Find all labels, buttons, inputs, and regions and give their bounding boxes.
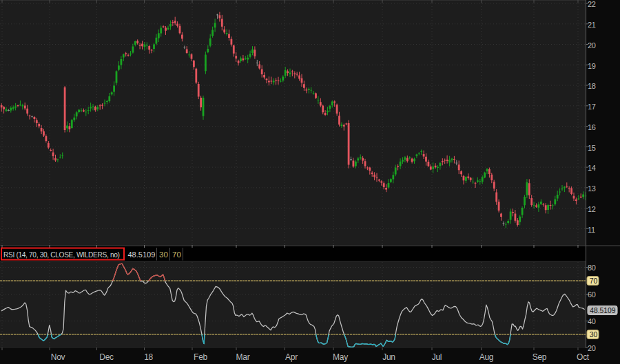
svg-text:22: 22 bbox=[588, 0, 596, 8]
svg-text:Jul: Jul bbox=[432, 352, 442, 362]
svg-text:20: 20 bbox=[588, 41, 596, 50]
svg-text:Dec: Dec bbox=[99, 352, 114, 362]
svg-text:Sep: Sep bbox=[533, 352, 547, 362]
svg-text:Apr: Apr bbox=[285, 352, 298, 362]
svg-text:13: 13 bbox=[588, 184, 596, 193]
svg-text:18: 18 bbox=[588, 82, 596, 90]
svg-text:70: 70 bbox=[172, 250, 181, 259]
svg-text:RSI (14, 70, 30, CLOSE, WILDER: RSI (14, 70, 30, CLOSE, WILDERS, no) bbox=[3, 251, 120, 259]
svg-text:Jun: Jun bbox=[382, 352, 395, 362]
svg-text:17: 17 bbox=[588, 103, 596, 111]
svg-text:Feb: Feb bbox=[194, 352, 207, 362]
svg-text:30: 30 bbox=[590, 330, 598, 339]
svg-text:70: 70 bbox=[590, 277, 598, 285]
svg-text:Aug: Aug bbox=[479, 352, 493, 362]
svg-text:20: 20 bbox=[588, 344, 596, 352]
svg-text:48.5109: 48.5109 bbox=[590, 307, 615, 314]
svg-text:Mar: Mar bbox=[236, 352, 250, 362]
svg-text:48.5109: 48.5109 bbox=[128, 250, 156, 259]
svg-text:11: 11 bbox=[588, 226, 595, 234]
svg-text:30: 30 bbox=[159, 250, 168, 259]
svg-text:12: 12 bbox=[588, 205, 596, 213]
svg-text:Nov: Nov bbox=[51, 352, 65, 362]
svg-text:18: 18 bbox=[144, 352, 153, 362]
svg-text:Oct: Oct bbox=[577, 352, 590, 362]
svg-text:19: 19 bbox=[588, 62, 596, 70]
svg-text:21: 21 bbox=[588, 21, 596, 29]
svg-text:14: 14 bbox=[588, 164, 596, 172]
svg-text:15: 15 bbox=[588, 144, 596, 152]
svg-text:80: 80 bbox=[588, 264, 596, 272]
svg-text:16: 16 bbox=[588, 123, 596, 131]
svg-text:60: 60 bbox=[588, 290, 596, 299]
svg-text:May: May bbox=[333, 352, 348, 362]
svg-text:40: 40 bbox=[588, 317, 596, 325]
